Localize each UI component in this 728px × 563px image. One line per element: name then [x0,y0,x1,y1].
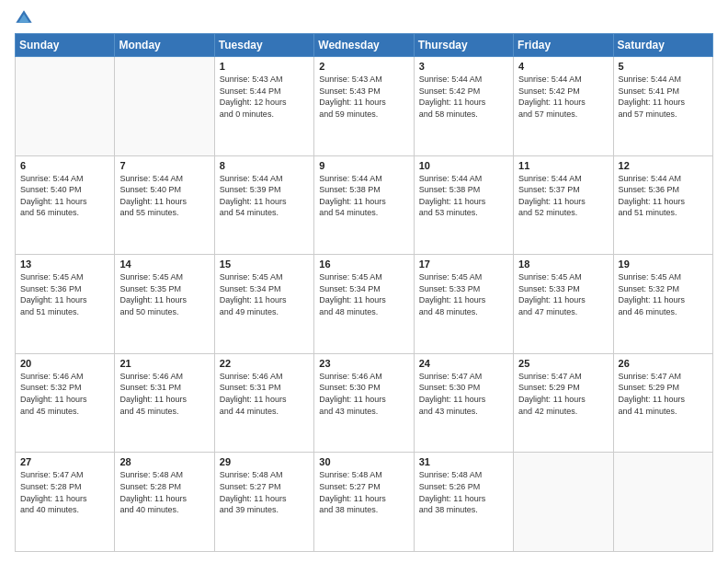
day-info: Sunrise: 5:44 AM Sunset: 5:38 PM Dayligh… [419,173,508,219]
day-number: 6 [20,160,109,171]
day-info: Sunrise: 5:47 AM Sunset: 5:28 PM Dayligh… [20,469,109,515]
calendar-cell: 16Sunrise: 5:45 AM Sunset: 5:34 PM Dayli… [314,255,414,354]
day-number: 4 [518,61,608,72]
calendar-cell: 19Sunrise: 5:45 AM Sunset: 5:32 PM Dayli… [613,255,712,354]
weekday-header-sunday: Sunday [16,34,115,57]
day-info: Sunrise: 5:48 AM Sunset: 5:27 PM Dayligh… [220,469,309,515]
day-info: Sunrise: 5:47 AM Sunset: 5:30 PM Dayligh… [419,371,508,417]
calendar-cell: 27Sunrise: 5:47 AM Sunset: 5:28 PM Dayli… [16,453,115,552]
day-number: 17 [419,259,508,270]
calendar-cell: 6Sunrise: 5:44 AM Sunset: 5:40 PM Daylig… [16,155,115,255]
day-number: 22 [220,358,309,369]
calendar-cell: 3Sunrise: 5:44 AM Sunset: 5:42 PM Daylig… [414,57,513,156]
calendar-cell: 17Sunrise: 5:45 AM Sunset: 5:33 PM Dayli… [414,255,513,354]
day-info: Sunrise: 5:44 AM Sunset: 5:42 PM Dayligh… [518,74,608,120]
day-info: Sunrise: 5:44 AM Sunset: 5:39 PM Dayligh… [220,173,309,219]
week-row-2: 13Sunrise: 5:45 AM Sunset: 5:36 PM Dayli… [16,255,713,354]
day-info: Sunrise: 5:45 AM Sunset: 5:32 PM Dayligh… [619,271,708,317]
day-number: 20 [20,358,109,369]
calendar-cell: 26Sunrise: 5:47 AM Sunset: 5:29 PM Dayli… [613,353,712,453]
calendar-cell [16,57,115,156]
calendar-cell: 21Sunrise: 5:46 AM Sunset: 5:31 PM Dayli… [115,353,214,453]
calendar-cell: 20Sunrise: 5:46 AM Sunset: 5:32 PM Dayli… [16,353,115,453]
day-info: Sunrise: 5:46 AM Sunset: 5:31 PM Dayligh… [220,371,309,417]
day-number: 27 [20,456,109,467]
day-info: Sunrise: 5:46 AM Sunset: 5:32 PM Dayligh… [20,371,109,417]
day-number: 14 [119,259,209,270]
day-info: Sunrise: 5:44 AM Sunset: 5:42 PM Dayligh… [419,74,508,120]
calendar-cell: 12Sunrise: 5:44 AM Sunset: 5:36 PM Dayli… [613,155,712,255]
day-number: 12 [619,160,708,171]
weekday-header-row: SundayMondayTuesdayWednesdayThursdayFrid… [16,34,713,57]
day-number: 13 [20,259,109,270]
calendar-cell: 30Sunrise: 5:48 AM Sunset: 5:27 PM Dayli… [314,453,414,552]
day-info: Sunrise: 5:45 AM Sunset: 5:34 PM Dayligh… [319,271,408,317]
day-info: Sunrise: 5:48 AM Sunset: 5:28 PM Dayligh… [119,469,209,515]
day-number: 9 [319,160,408,171]
logo [15,11,37,28]
day-info: Sunrise: 5:46 AM Sunset: 5:31 PM Dayligh… [119,371,209,417]
day-info: Sunrise: 5:47 AM Sunset: 5:29 PM Dayligh… [518,371,608,417]
day-number: 23 [319,358,408,369]
calendar-cell: 31Sunrise: 5:48 AM Sunset: 5:26 PM Dayli… [414,453,513,552]
calendar-cell: 1Sunrise: 5:43 AM Sunset: 5:44 PM Daylig… [214,57,313,156]
day-info: Sunrise: 5:44 AM Sunset: 5:41 PM Dayligh… [619,74,708,120]
calendar-cell: 2Sunrise: 5:43 AM Sunset: 5:43 PM Daylig… [314,57,414,156]
day-number: 1 [220,61,309,72]
day-info: Sunrise: 5:44 AM Sunset: 5:38 PM Dayligh… [319,173,408,219]
day-number: 18 [518,259,608,270]
day-number: 29 [220,456,309,467]
calendar-cell: 23Sunrise: 5:46 AM Sunset: 5:30 PM Dayli… [314,353,414,453]
week-row-3: 20Sunrise: 5:46 AM Sunset: 5:32 PM Dayli… [16,353,713,453]
day-number: 15 [220,259,309,270]
calendar-cell: 28Sunrise: 5:48 AM Sunset: 5:28 PM Dayli… [115,453,214,552]
day-number: 28 [119,456,209,467]
weekday-header-monday: Monday [115,34,214,57]
calendar-cell [514,453,613,552]
day-info: Sunrise: 5:45 AM Sunset: 5:33 PM Dayligh… [518,271,608,317]
day-number: 30 [319,456,408,467]
day-number: 31 [419,456,508,467]
calendar-cell: 10Sunrise: 5:44 AM Sunset: 5:38 PM Dayli… [414,155,513,255]
calendar-cell: 11Sunrise: 5:44 AM Sunset: 5:37 PM Dayli… [514,155,613,255]
calendar-cell: 13Sunrise: 5:45 AM Sunset: 5:36 PM Dayli… [16,255,115,354]
day-info: Sunrise: 5:48 AM Sunset: 5:27 PM Dayligh… [319,469,408,515]
week-row-4: 27Sunrise: 5:47 AM Sunset: 5:28 PM Dayli… [16,453,713,552]
week-row-0: 1Sunrise: 5:43 AM Sunset: 5:44 PM Daylig… [16,57,713,156]
calendar-table: SundayMondayTuesdayWednesdayThursdayFrid… [15,33,713,552]
calendar-cell: 15Sunrise: 5:45 AM Sunset: 5:34 PM Dayli… [214,255,313,354]
day-number: 21 [119,358,209,369]
logo-icon [15,9,33,28]
day-number: 19 [619,259,708,270]
day-info: Sunrise: 5:47 AM Sunset: 5:29 PM Dayligh… [619,371,708,417]
calendar-cell: 24Sunrise: 5:47 AM Sunset: 5:30 PM Dayli… [414,353,513,453]
calendar-cell: 5Sunrise: 5:44 AM Sunset: 5:41 PM Daylig… [613,57,712,156]
weekday-header-tuesday: Tuesday [214,34,313,57]
calendar-cell: 9Sunrise: 5:44 AM Sunset: 5:38 PM Daylig… [314,155,414,255]
day-info: Sunrise: 5:45 AM Sunset: 5:34 PM Dayligh… [220,271,309,317]
day-number: 5 [619,61,708,72]
day-number: 16 [319,259,408,270]
header [15,11,713,28]
day-number: 7 [119,160,209,171]
calendar-cell: 4Sunrise: 5:44 AM Sunset: 5:42 PM Daylig… [514,57,613,156]
week-row-1: 6Sunrise: 5:44 AM Sunset: 5:40 PM Daylig… [16,155,713,255]
day-info: Sunrise: 5:43 AM Sunset: 5:43 PM Dayligh… [319,74,408,120]
calendar-cell: 29Sunrise: 5:48 AM Sunset: 5:27 PM Dayli… [214,453,313,552]
day-number: 8 [220,160,309,171]
calendar-cell: 18Sunrise: 5:45 AM Sunset: 5:33 PM Dayli… [514,255,613,354]
day-info: Sunrise: 5:44 AM Sunset: 5:36 PM Dayligh… [619,173,708,219]
day-info: Sunrise: 5:45 AM Sunset: 5:36 PM Dayligh… [20,271,109,317]
day-number: 26 [619,358,708,369]
weekday-header-saturday: Saturday [613,34,712,57]
calendar-cell: 8Sunrise: 5:44 AM Sunset: 5:39 PM Daylig… [214,155,313,255]
day-info: Sunrise: 5:43 AM Sunset: 5:44 PM Dayligh… [220,74,309,120]
calendar-cell: 14Sunrise: 5:45 AM Sunset: 5:35 PM Dayli… [115,255,214,354]
day-info: Sunrise: 5:44 AM Sunset: 5:37 PM Dayligh… [518,173,608,219]
calendar-cell [115,57,214,156]
calendar-cell: 25Sunrise: 5:47 AM Sunset: 5:29 PM Dayli… [514,353,613,453]
page: SundayMondayTuesdayWednesdayThursdayFrid… [0,0,728,563]
day-info: Sunrise: 5:45 AM Sunset: 5:33 PM Dayligh… [419,271,508,317]
day-info: Sunrise: 5:44 AM Sunset: 5:40 PM Dayligh… [119,173,209,219]
day-info: Sunrise: 5:48 AM Sunset: 5:26 PM Dayligh… [419,469,508,515]
